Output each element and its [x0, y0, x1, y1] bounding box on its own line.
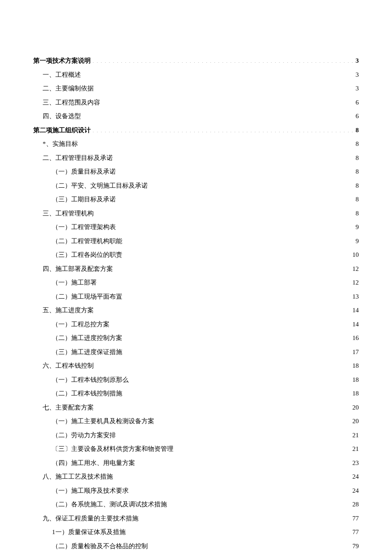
toc-dots	[95, 306, 351, 312]
toc-dots	[124, 292, 351, 299]
toc-dots	[95, 209, 354, 215]
toc-page: 12	[352, 264, 359, 274]
toc-label: （一）施工主要机具及检测设备方案	[52, 416, 154, 426]
toc-entry: 第二项施工组织设计8	[33, 125, 359, 135]
toc-entry: （四）施工用水、用电量方案23	[33, 458, 359, 468]
toc-dots	[83, 112, 354, 118]
toc-entry: 〔三〕主要设备及材料供货方案和物资管理21	[33, 444, 359, 454]
toc-label: （四）施工用水、用电量方案	[52, 458, 135, 468]
toc-dots	[115, 472, 351, 479]
toc-dots	[130, 486, 351, 493]
toc-entry: 七、主要配套方案20	[33, 402, 359, 413]
toc-label: 二、工程管理目标及承诺	[43, 153, 113, 163]
toc-dots	[118, 223, 354, 229]
toc-entry: 四、设备选型6	[33, 111, 359, 121]
toc-dots	[95, 84, 354, 90]
toc-page: 24	[352, 471, 359, 482]
toc-label: （二）各系统施工、测试及调试技术措施	[52, 499, 167, 509]
toc-page: 8	[356, 166, 359, 177]
toc-dots	[127, 528, 351, 534]
toc-entry: （一）施工部署12	[33, 277, 359, 288]
toc-dots	[169, 500, 351, 506]
toc-page: 13	[352, 291, 359, 302]
toc-entry: （二）质量检验及不合格品的控制79	[33, 541, 359, 551]
toc-label: （二）工程管理机构职能	[52, 236, 122, 246]
toc-page: 8	[356, 153, 359, 163]
toc-label: 三、工程范围及内容	[43, 97, 100, 108]
toc-page: 20	[352, 416, 359, 426]
toc-label: （一）质量目标及承诺	[52, 166, 116, 177]
toc-entry: 1一）质量保证体系及措施77	[33, 527, 359, 537]
toc-page: 8	[356, 194, 359, 204]
toc-dots	[150, 542, 351, 548]
toc-dots	[118, 195, 354, 201]
toc-label: *、实施目标	[43, 139, 78, 149]
toc-page: 8	[356, 125, 359, 135]
toc-entry: 二、工程管理目标及承诺8	[33, 153, 359, 163]
toc-entry: *、实施目标8	[33, 139, 359, 149]
toc-entry: （三）工期目标及承诺8	[33, 194, 359, 204]
toc-label: （一）施工顺序及技术要求	[52, 485, 129, 496]
toc-label: 三、工程管理机构	[43, 208, 94, 218]
toc-label: （三）工程各岗位的职责	[52, 250, 122, 260]
toc-entry: （二）施工进度控制方案16	[33, 333, 359, 343]
toc-label: （一）工程本钱控制原那么	[52, 375, 129, 385]
toc-entry: （一）质量目标及承诺8	[33, 166, 359, 177]
toc-dots	[124, 334, 351, 340]
toc-label: 九、保证工程质量的主要技术措施	[43, 513, 138, 523]
toc-label: 1一）质量保证体系及措施	[52, 527, 126, 537]
toc-page: 8	[356, 180, 359, 191]
toc-entry: 六、工程本钱控制18	[33, 360, 359, 371]
toc-entry: （三）施工进度保证措施17	[33, 347, 359, 357]
toc-page: 24	[352, 485, 359, 496]
toc-dots	[140, 514, 351, 520]
toc-entry: 二、主要编制依据3	[33, 83, 359, 93]
toc-page: 8	[356, 139, 359, 149]
toc-dots	[83, 70, 354, 77]
toc-label: （二）施工现场平面布置	[52, 291, 122, 302]
toc-entry: 四、施工部署及配套方案12	[33, 264, 359, 274]
toc-label: （一）工程总控方案	[52, 319, 110, 329]
toc-page: 3	[356, 83, 359, 93]
toc-entry: 第一项技术方案说明3	[33, 55, 359, 66]
toc-label: （三）施工进度保证措施	[52, 347, 122, 357]
toc-page: 12	[352, 277, 359, 288]
toc-page: 14	[352, 305, 359, 315]
toc-page: 17	[352, 347, 359, 357]
toc-entry: （一）工程本钱控制原那么18	[33, 375, 359, 385]
toc-dots	[124, 348, 351, 354]
toc-entry: （一）施工顺序及技术要求24	[33, 485, 359, 496]
toc-entry: 三、工程管理机构8	[33, 208, 359, 218]
toc-page: 18	[352, 375, 359, 385]
toc-page: 18	[352, 388, 359, 398]
toc-dots	[111, 320, 351, 326]
toc-dots	[92, 126, 354, 132]
toc-dots	[115, 154, 354, 160]
toc-page: 21	[352, 444, 359, 454]
toc-entry: （一）工程管理架构表9	[33, 222, 359, 232]
toc-dots	[124, 389, 351, 395]
toc-label: （二）平安、文明施工目标及承诺	[52, 180, 148, 191]
toc-dots	[102, 98, 354, 105]
toc-entry: 三、工程范围及内容6	[33, 97, 359, 108]
toc-entry: （二）各系统施工、测试及调试技术措施28	[33, 499, 359, 509]
toc-dots	[156, 417, 351, 423]
toc-label: （二）工程本钱控制措施	[52, 388, 122, 398]
toc-label: （二）质量检验及不合格品的控制	[52, 541, 148, 551]
toc-page: 3	[356, 55, 359, 66]
toc-label: 四、施工部署及配套方案	[43, 264, 113, 274]
toc-dots	[175, 445, 351, 451]
toc-page: 77	[352, 527, 359, 537]
toc-entry: 九、保证工程质量的主要技术措施77	[33, 513, 359, 523]
toc-label: 七、主要配套方案	[43, 402, 94, 413]
toc-dots	[115, 264, 351, 271]
toc-page: 79	[352, 541, 359, 551]
toc-label: 五、施工进度方案	[43, 305, 94, 315]
toc-page: 77	[352, 513, 359, 523]
toc-label: 第一项技术方案说明	[33, 55, 91, 66]
toc-dots	[137, 459, 351, 465]
toc-label: （二）施工进度控制方案	[52, 333, 122, 343]
toc-entry: （一）施工主要机具及检测设备方案20	[33, 416, 359, 426]
toc-dots	[130, 375, 351, 382]
toc-page: 9	[356, 222, 359, 232]
